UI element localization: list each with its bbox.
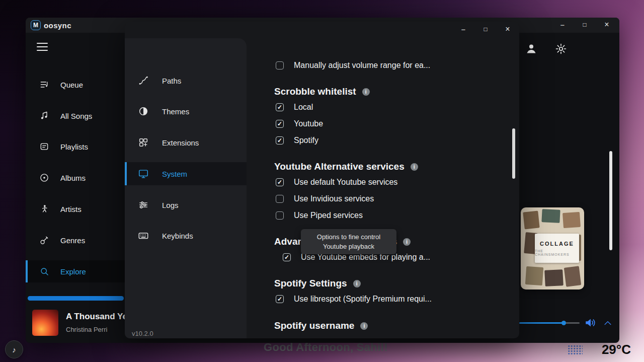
gear-icon[interactable]	[555, 43, 567, 55]
info-icon[interactable]	[353, 280, 361, 287]
sidebar-item-queue[interactable]: Queue	[26, 74, 125, 96]
checkbox[interactable]	[276, 61, 284, 69]
settings-nav-label: Themes	[162, 107, 189, 116]
sidebar-item-all-songs[interactable]: All Songs	[26, 105, 125, 127]
setting-row-local: Local	[276, 102, 313, 113]
artists-icon	[39, 204, 49, 214]
section-title: Youtube Alternative services	[274, 161, 405, 172]
genres-icon	[39, 235, 49, 245]
setting-row-piped: Use Piped services	[276, 210, 363, 221]
touch-keyboard-icon[interactable]	[568, 345, 583, 355]
settings-nav-themes[interactable]: Themes	[125, 100, 247, 123]
dialog-scrollbar[interactable]	[512, 128, 515, 179]
keyboard-icon	[138, 230, 149, 241]
themes-icon	[138, 106, 149, 117]
info-icon[interactable]	[362, 88, 370, 96]
tooltip-line: Options to fine control	[306, 232, 391, 242]
minimize-icon[interactable]: −	[459, 25, 468, 34]
song-progress-bar[interactable]	[28, 296, 124, 301]
setting-label: Spotify	[294, 136, 318, 145]
section-heading-spotify-username: Spotify username	[274, 320, 368, 332]
all-songs-icon	[39, 111, 49, 121]
checkbox[interactable]	[276, 136, 284, 144]
app-version: v10.2.0	[132, 330, 153, 337]
album-card-title: COLLAGE	[540, 241, 574, 247]
checkbox[interactable]	[276, 211, 284, 220]
settings-nav-label: Extensions	[162, 138, 199, 147]
temperature-widget[interactable]: 29°C	[602, 342, 631, 357]
sidebar-item-albums[interactable]: Albums	[26, 167, 125, 189]
close-icon[interactable]: ×	[602, 20, 611, 29]
queue-icon	[39, 80, 49, 90]
now-playing-art[interactable]	[32, 310, 58, 336]
logs-icon	[138, 199, 149, 210]
app-logo: M oosync	[31, 20, 71, 30]
sidebar-item-artists[interactable]: Artists	[26, 198, 125, 220]
sidebar-item-label: Albums	[60, 174, 86, 182]
search-icon	[39, 266, 49, 276]
setting-row-invidious: Use Invidious services	[276, 193, 374, 204]
system-monitor-icon	[138, 168, 149, 179]
sidebar-item-label: Artists	[60, 205, 82, 213]
section-heading-youtube-alt: Youtube Alternative services	[274, 161, 418, 173]
account-icon[interactable]	[525, 43, 537, 55]
setting-row-librespot: Use librespot (Spotify Premium requi...	[276, 294, 432, 305]
music-floating-button[interactable]: ♪	[5, 340, 23, 358]
chevron-up-icon[interactable]	[602, 318, 613, 328]
paths-icon	[138, 75, 149, 86]
section-title: Spotify username	[274, 320, 354, 331]
volume-knob[interactable]	[561, 321, 566, 325]
sidebar-item-label: Genres	[60, 236, 85, 245]
playlists-icon	[39, 141, 49, 152]
volume-slider[interactable]	[519, 320, 581, 326]
sidebar-item-label: Queue	[60, 81, 83, 89]
setting-row-youtube: Youtube	[276, 118, 323, 129]
info-icon[interactable]	[411, 163, 418, 171]
sidebar-item-genres[interactable]: Genres	[26, 229, 125, 251]
checkbox[interactable]	[276, 178, 284, 186]
sidebar-item-label: Explore	[60, 267, 86, 276]
settings-nav-keybinds[interactable]: Keybinds	[125, 224, 247, 247]
setting-label: Use Piped services	[294, 211, 363, 220]
setting-label: Use librespot (Spotify Premium requi...	[294, 295, 432, 304]
settings-nav-logs[interactable]: Logs	[125, 193, 247, 216]
info-icon[interactable]	[403, 238, 411, 246]
checkbox[interactable]	[283, 253, 291, 261]
settings-nav-system[interactable]: System	[125, 162, 247, 185]
section-title: Spotify Settings	[274, 278, 347, 289]
albums-icon	[39, 173, 49, 183]
settings-nav-label: System	[162, 170, 187, 178]
close-icon[interactable]: ×	[503, 25, 512, 34]
speaker-icon[interactable]	[584, 316, 597, 329]
settings-nav-label: Logs	[162, 201, 179, 209]
hamburger-menu-icon[interactable]	[37, 43, 48, 51]
checkbox[interactable]	[276, 295, 284, 303]
maximize-icon[interactable]: □	[481, 26, 490, 33]
dialog-window-controls: − □ ×	[459, 25, 512, 34]
album-card-collage[interactable]: COLLAGE THE CHAINSMOKERS	[521, 207, 584, 289]
sidebar-item-explore[interactable]: Explore	[26, 260, 125, 282]
setting-label: Local	[294, 103, 313, 112]
minimize-icon[interactable]: −	[558, 21, 567, 29]
setting-row-default-youtube: Use default Youtube services	[276, 177, 397, 188]
section-heading-spotify: Spotify Settings	[274, 277, 361, 289]
extensions-icon	[138, 137, 149, 148]
app-window-controls: − □ ×	[558, 20, 611, 29]
main-scrollbar[interactable]	[609, 151, 612, 250]
checkbox[interactable]	[276, 120, 284, 128]
settings-dialog: − □ × Paths Themes Extensions System Log…	[125, 22, 519, 338]
info-icon[interactable]	[360, 322, 368, 330]
checkbox[interactable]	[276, 103, 284, 111]
settings-nav-extensions[interactable]: Extensions	[125, 131, 247, 154]
sidebar-item-playlists[interactable]: Playlists	[26, 135, 125, 158]
setting-row-spotify: Spotify	[276, 135, 318, 146]
now-playing-artist: Christina Perri	[66, 326, 107, 333]
maximize-icon[interactable]: □	[580, 21, 589, 28]
album-card-subtitle: THE CHAINSMOKERS	[535, 249, 579, 256]
settings-nav-label: Keybinds	[162, 232, 193, 240]
setting-label: Youtube	[294, 119, 323, 128]
checkbox[interactable]	[276, 195, 284, 203]
section-title: Scrobble whitelist	[274, 86, 356, 97]
setting-label: Use Invidious services	[294, 194, 374, 203]
settings-nav-paths[interactable]: Paths	[125, 69, 247, 92]
